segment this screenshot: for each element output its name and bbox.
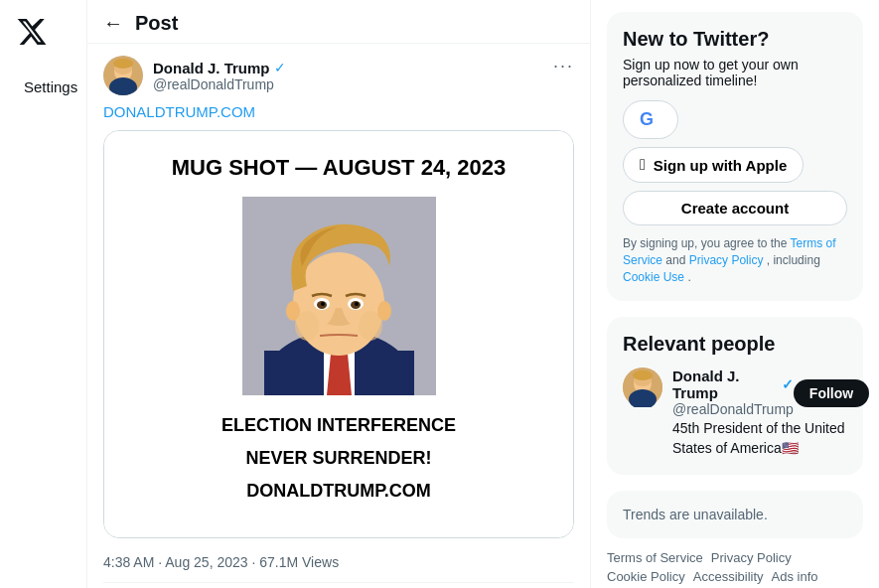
new-to-twitter-title: New to Twitter? (623, 28, 847, 51)
card-line1: ELECTION INTERFERENCE (144, 415, 533, 436)
post-title: Post (135, 12, 178, 35)
signup-terms: By signing up, you agree to the Terms of… (623, 235, 847, 285)
tweet-card: MUG SHOT — AUGUST 24, 2023 (103, 130, 574, 538)
create-account-button[interactable]: Create account (623, 191, 847, 225)
left-sidebar: Settings (0, 0, 87, 588)
cookie-use-link[interactable]: Cookie Use (623, 270, 684, 284)
user-details: Donald J. Trump ✓ @realDonaldTrump (153, 60, 286, 92)
card-line3: DONALDTRUMP.COM (144, 481, 533, 502)
google-icon: G (640, 109, 654, 130)
svg-point-17 (321, 302, 325, 306)
user-handle: @realDonaldTrump (153, 76, 286, 92)
user-name: Donald J. Trump (153, 60, 270, 76)
back-button[interactable]: ← (103, 12, 123, 35)
relevant-user-info: Donald J. Trump ✓ @realDonaldTrump Follo… (672, 368, 869, 458)
sign-up-apple-button[interactable]:  Sign up with Apple (623, 147, 804, 183)
x-logo[interactable] (16, 16, 48, 48)
svg-point-4 (113, 59, 133, 69)
user-name-row: Donald J. Trump ✓ (153, 60, 286, 76)
relevant-user-bio: 45th President of the United States of A… (672, 419, 869, 458)
card-line2: NEVER SURRENDER! (144, 448, 533, 469)
footer-terms-link[interactable]: Terms of Service (607, 550, 703, 565)
user-info: Donald J. Trump ✓ @realDonaldTrump (103, 56, 286, 95)
sign-up-google-button[interactable]: G (623, 100, 678, 139)
apple-icon:  (640, 156, 646, 174)
svg-point-21 (286, 301, 300, 321)
more-options-button[interactable]: ··· (553, 56, 574, 76)
trends-panel: Trends are unavailable. (607, 491, 863, 538)
right-sidebar: New to Twitter? Sign up now to get your … (591, 0, 879, 588)
avatar-image (103, 56, 143, 95)
relevant-user-handle: @realDonaldTrump (672, 401, 794, 417)
tweet-card-inner: MUG SHOT — AUGUST 24, 2023 (104, 131, 573, 537)
settings-label: Settings (24, 78, 77, 95)
new-to-twitter-panel: New to Twitter? Sign up now to get your … (607, 12, 863, 301)
footer-accessibility-link[interactable]: Accessibility (693, 569, 764, 584)
footer-links: Terms of Service Privacy Policy Cookie P… (607, 550, 863, 588)
svg-point-18 (355, 302, 359, 306)
tweet-stats: 195.4K Reposts 63.5K Quotes 743.3K Likes… (103, 582, 574, 588)
footer-ads-link[interactable]: Ads info (772, 569, 818, 584)
relevant-verified-icon: ✓ (782, 376, 794, 392)
avatar (103, 56, 143, 95)
tweet-timestamp: 4:38 AM · Aug 25, 2023 · 67.1M Views (103, 550, 574, 570)
user-row: Donald J. Trump ✓ @realDonaldTrump ··· (103, 56, 574, 95)
main-content: ← Post (87, 0, 591, 588)
mugshot-image (242, 197, 436, 395)
post-header: ← Post (87, 0, 590, 44)
svg-point-27 (633, 370, 653, 380)
relevant-user-avatar (623, 368, 662, 407)
footer-privacy-link[interactable]: Privacy Policy (711, 550, 792, 565)
relevant-people-panel: Relevant people Donald J (607, 317, 863, 474)
post-body: Donald J. Trump ✓ @realDonaldTrump ··· D… (87, 44, 590, 588)
relevant-user-name-row: Donald J. Trump ✓ @realDonaldTrump Follo… (672, 368, 869, 419)
footer-cookie-link[interactable]: Cookie Policy (607, 569, 685, 584)
privacy-policy-link[interactable]: Privacy Policy (689, 253, 764, 267)
new-to-twitter-subtitle: Sign up now to get your own personalized… (623, 57, 847, 88)
verified-icon: ✓ (274, 60, 286, 75)
card-heading: MUG SHOT — AUGUST 24, 2023 (144, 155, 533, 181)
relevant-user: Donald J. Trump ✓ @realDonaldTrump Follo… (623, 368, 847, 458)
relevant-people-title: Relevant people (623, 333, 847, 356)
svg-point-22 (377, 301, 391, 321)
follow-button[interactable]: Follow (794, 379, 869, 407)
relevant-user-name: Donald J. Trump ✓ (672, 368, 794, 401)
tweet-link[interactable]: DONALDTRUMP.COM (103, 103, 574, 120)
settings-nav-item[interactable]: Settings (16, 68, 71, 105)
mugshot-svg (242, 197, 436, 395)
